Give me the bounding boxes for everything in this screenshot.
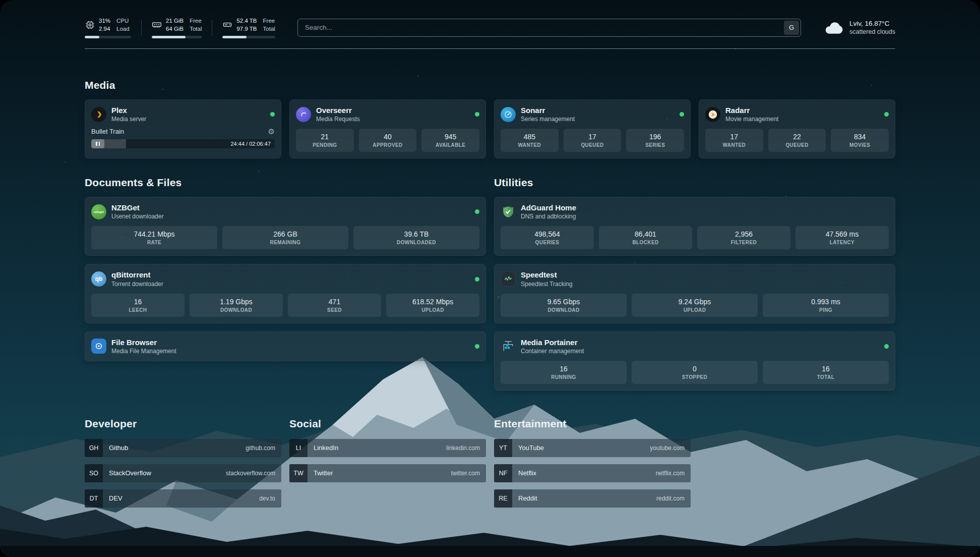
bookmark-reddit[interactable]: RE Reddit reddit.com bbox=[494, 489, 691, 508]
stat-block: 471 SEED bbox=[288, 294, 381, 317]
media-group: Plex Media server Bullet Train ⚙ 24:44 /… bbox=[85, 99, 895, 158]
now-playing-title: Bullet Train bbox=[91, 128, 124, 135]
overseerr-icon bbox=[296, 107, 311, 122]
cpu-load-label: Load bbox=[116, 25, 130, 33]
cpu-widget: 31% 2.94 CPU Load bbox=[85, 17, 131, 38]
bookmark-dev[interactable]: DT DEV dev.to bbox=[85, 489, 281, 508]
search-input[interactable] bbox=[297, 19, 801, 37]
service-link-plex[interactable]: Plex Media server bbox=[91, 106, 275, 123]
playback-time: 24:44 / 02:06:47 bbox=[230, 139, 271, 148]
stat-label: QUEUED bbox=[770, 142, 824, 148]
stat-block: 17 QUEUED bbox=[564, 129, 622, 152]
stat-label: QUEUED bbox=[566, 142, 620, 148]
memory-usage-bar bbox=[152, 36, 202, 38]
stat-label: AVAILABLE bbox=[423, 142, 477, 148]
stat-block: 744.21 Mbps RATE bbox=[91, 226, 217, 249]
stat-block: 21 PENDING bbox=[296, 129, 354, 152]
service-card-adguard: AdGuard Home DNS and adblocking 498,564 … bbox=[494, 197, 895, 256]
bookmark-url: linkedin.com bbox=[446, 444, 480, 452]
bookmark-name: Twitter bbox=[314, 469, 333, 477]
memory-total-value: 64 GiB bbox=[166, 25, 183, 33]
stat-block: 39.6 TB DOWNLOADED bbox=[353, 226, 479, 249]
stat-value: 744.21 Mbps bbox=[93, 230, 215, 238]
bookmark-netflix[interactable]: NF Netflix netflix.com bbox=[494, 464, 691, 482]
stat-label: UPLOAD bbox=[388, 307, 477, 313]
service-link-portainer[interactable]: Media Portainer Container management bbox=[501, 338, 889, 355]
stat-block: 2,956 FILTERED bbox=[697, 226, 790, 249]
service-link-filebrowser[interactable]: File Browser Media File Management bbox=[91, 338, 479, 355]
bookmark-github[interactable]: GH Github github.com bbox=[85, 439, 281, 457]
topbar-separator bbox=[141, 20, 142, 36]
service-card-speedtest: Speedtest Speedtest Tracking 9.65 Gbps D… bbox=[494, 264, 895, 323]
stat-label: WANTED bbox=[707, 142, 761, 148]
dashboard: 31% 2.94 CPU Load bbox=[0, 0, 980, 557]
cpu-usage-bar bbox=[85, 36, 131, 38]
service-desc: Usenet downloader bbox=[111, 213, 163, 220]
stat-label: DOWNLOAD bbox=[192, 307, 281, 313]
service-desc: Media Requests bbox=[316, 116, 360, 123]
topbar-divider bbox=[85, 48, 895, 49]
stat-value: 40 bbox=[361, 133, 415, 141]
bookmark-twitter[interactable]: TW Twitter twitter.com bbox=[289, 464, 486, 482]
weather-widget: Lviv, 16.87°C scattered clouds bbox=[823, 20, 895, 35]
service-link-adguard[interactable]: AdGuard Home DNS and adblocking bbox=[501, 203, 889, 220]
service-link-nzbget[interactable]: nzbget NZBGet Usenet downloader bbox=[91, 203, 479, 220]
stat-label: FILTERED bbox=[699, 240, 788, 245]
stat-value: 21 bbox=[298, 133, 352, 141]
section-title-documents: Documents & Files bbox=[85, 177, 486, 189]
service-link-overseerr[interactable]: Overseerr Media Requests bbox=[296, 106, 479, 123]
stat-value: 834 bbox=[833, 133, 887, 141]
stat-value: 485 bbox=[503, 133, 557, 141]
stat-label: UPLOAD bbox=[634, 307, 756, 313]
bookmark-url: github.com bbox=[246, 444, 275, 452]
sonarr-icon bbox=[501, 107, 516, 122]
stat-label: LATENCY bbox=[798, 240, 887, 245]
service-card-filebrowser: File Browser Media File Management bbox=[85, 331, 486, 361]
stat-block: 9.65 Gbps DOWNLOAD bbox=[501, 294, 627, 317]
playback-progress-bar[interactable]: 24:44 / 02:06:47 bbox=[91, 139, 275, 148]
disk-total-label: Total bbox=[263, 25, 275, 33]
status-dot-online bbox=[475, 112, 479, 117]
stat-block: 17 WANTED bbox=[705, 129, 763, 152]
bookmark-abbr: SO bbox=[85, 464, 103, 482]
status-dot-online bbox=[475, 277, 479, 282]
bookmark-name: DEV bbox=[109, 494, 122, 502]
stat-block: 1.19 Gbps DOWNLOAD bbox=[190, 294, 283, 317]
service-link-radarr[interactable]: Radarr Movie management bbox=[705, 106, 889, 123]
service-name: Speedtest bbox=[521, 270, 573, 279]
service-link-sonarr[interactable]: Sonarr Series management bbox=[501, 106, 684, 123]
bookmarks: Developer GH Github github.com SO StackO… bbox=[85, 418, 895, 535]
stat-label: RUNNING bbox=[503, 374, 625, 380]
stat-value: 16 bbox=[765, 365, 887, 373]
bookmark-stackoverflow[interactable]: SO StackOverflow stackoverflow.com bbox=[85, 464, 281, 482]
bookmark-url: stackoverflow.com bbox=[226, 470, 275, 477]
service-link-qbittorrent[interactable]: qb qBittorrent Torrent downloader bbox=[91, 270, 479, 287]
stat-value: 618.52 Mbps bbox=[388, 298, 477, 306]
service-name: Media Portainer bbox=[521, 338, 584, 347]
stat-block: 945 AVAILABLE bbox=[421, 129, 479, 152]
stat-value: 0 bbox=[634, 365, 756, 373]
service-link-speedtest[interactable]: Speedtest Speedtest Tracking bbox=[501, 270, 889, 287]
service-name: NZBGet bbox=[111, 203, 163, 212]
stat-block: 618.52 Mbps UPLOAD bbox=[386, 294, 479, 317]
stat-block: 86,401 BLOCKED bbox=[599, 226, 692, 249]
bookmark-abbr: RE bbox=[494, 489, 512, 508]
snow-specks bbox=[0, 0, 1, 1]
bookmark-youtube[interactable]: YT YouTube youtube.com bbox=[494, 439, 691, 457]
bookmark-abbr: DT bbox=[85, 489, 103, 508]
bookmark-linkedin[interactable]: LI LinkedIn linkedin.com bbox=[289, 439, 486, 457]
service-name: Sonarr bbox=[521, 106, 575, 115]
service-desc: Series management bbox=[521, 116, 575, 123]
service-name: AdGuard Home bbox=[521, 203, 576, 212]
utilities-group: Utilities AdGu bbox=[494, 177, 895, 391]
pause-button[interactable] bbox=[91, 139, 104, 148]
settings-icon[interactable]: ⚙ bbox=[268, 128, 275, 135]
bookmark-name: Reddit bbox=[518, 494, 537, 502]
memory-icon bbox=[152, 20, 162, 30]
plex-now-playing: Bullet Train ⚙ 24:44 / 02:06:47 bbox=[91, 128, 275, 148]
cpu-load-value: 2.94 bbox=[99, 25, 110, 33]
cpu-usage-label: CPU bbox=[116, 17, 130, 25]
stat-block: 9.24 Gbps UPLOAD bbox=[632, 294, 758, 317]
bookmark-name: StackOverflow bbox=[109, 469, 151, 477]
search-provider-button[interactable]: G bbox=[784, 21, 799, 35]
